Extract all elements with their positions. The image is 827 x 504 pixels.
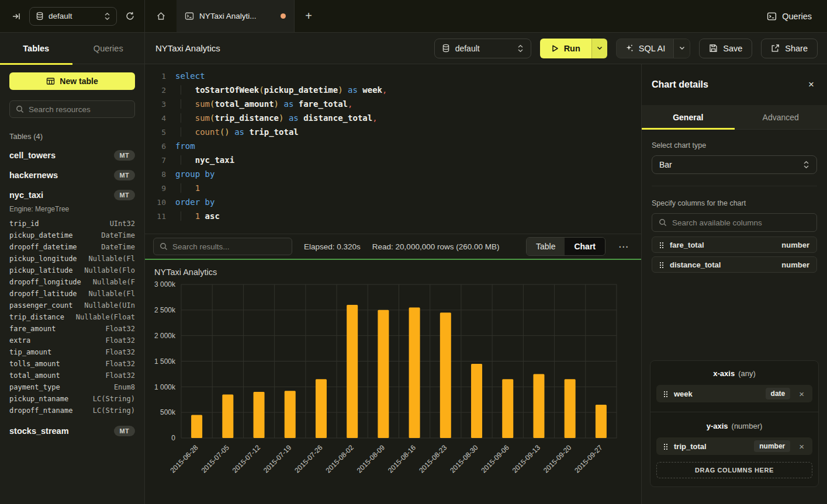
bar[interactable] (502, 379, 513, 438)
new-table-label: New table (60, 77, 98, 86)
bar[interactable] (596, 405, 607, 438)
bar[interactable] (191, 415, 202, 438)
chart-type-select[interactable]: Bar (652, 155, 817, 174)
drag-handle-icon[interactable] (659, 242, 663, 248)
code-text: sum(trip_distance) as distance_total, (175, 113, 378, 123)
view-toggle-table[interactable]: Table (527, 238, 565, 255)
sql-ai-button[interactable]: SQL AI (617, 39, 673, 58)
x-axis-column-chip[interactable]: week date × (656, 385, 812, 402)
x-tick-label: 2015-07-19 (262, 443, 293, 475)
column-type: Float32 (105, 371, 135, 380)
available-column-type: number (781, 260, 809, 269)
bar[interactable] (533, 374, 544, 438)
table-name: hackernews (9, 171, 58, 180)
column-name: dropoff_ntaname (9, 406, 72, 415)
column-type: Enum8 (114, 383, 135, 391)
bar-chart[interactable]: 0500k1 000k1 500k2 000k2 500k3 000k2015-… (145, 278, 630, 502)
code-line: 5 count() as trip_total (153, 125, 641, 139)
code-text: sum(total_amount) as fare_total, (175, 99, 353, 109)
bar[interactable] (254, 392, 265, 438)
queries-button[interactable]: Queries (761, 0, 827, 32)
drag-columns-dropzone[interactable]: DRAG COLUMNS HERE (656, 462, 812, 478)
sidebar-tab-tables[interactable]: Tables (0, 33, 72, 64)
columns-search-input[interactable] (672, 218, 810, 227)
sidebar-search[interactable] (9, 100, 135, 118)
sidebar-tabs: Tables Queries (0, 33, 144, 64)
table-list-item[interactable]: hackernewsMT (9, 170, 135, 180)
engine-badge: MT (114, 426, 135, 436)
run-button[interactable]: Run (540, 39, 591, 58)
column-name: fare_amount (9, 325, 56, 333)
line-number: 5 (153, 128, 166, 137)
close-icon[interactable]: × (808, 79, 814, 91)
bar[interactable] (347, 305, 358, 438)
share-button[interactable]: Share (761, 39, 818, 58)
bar[interactable] (440, 312, 451, 438)
sql-ai-button-group: SQL AI (616, 39, 690, 58)
code-text: 1 asc (175, 211, 220, 221)
column-name: total_amount (9, 371, 60, 380)
table-list-item[interactable]: stocks_streamMT (9, 426, 135, 436)
drag-handle-icon[interactable] (659, 262, 663, 268)
available-column-name: distance_total (670, 260, 775, 269)
x-axis-header: x-axis(any) (656, 369, 812, 378)
results-search[interactable] (153, 238, 292, 255)
bar[interactable] (471, 364, 482, 438)
sidebar-tab-queries[interactable]: Queries (72, 33, 145, 64)
table-list-item[interactable]: nyc_taxiMT (9, 190, 135, 200)
save-button[interactable]: Save (699, 39, 752, 58)
available-column-chip[interactable]: fare_totalnumber (652, 237, 817, 253)
line-number: 6 (153, 142, 166, 151)
panel-tab-advanced[interactable]: Advanced (735, 105, 827, 129)
x-tick-label: 2015-08-16 (386, 443, 418, 475)
new-tab-button[interactable]: + (295, 0, 323, 32)
line-number: 3 (153, 100, 166, 109)
available-column-chip[interactable]: distance_totalnumber (652, 256, 817, 273)
tab-nytaxi-analytics[interactable]: NYTaxi Analyti... (177, 0, 295, 32)
column-name: dropoff_longitude (9, 278, 81, 286)
drag-handle-icon[interactable] (663, 391, 667, 397)
view-toggle-chart[interactable]: Chart (565, 238, 605, 255)
share-label: Share (785, 44, 808, 53)
columns-search[interactable] (652, 213, 817, 232)
remove-y-column-icon[interactable]: × (797, 442, 807, 451)
bar[interactable] (565, 379, 576, 438)
bar[interactable] (222, 394, 233, 438)
table-column-row: dropoff_latitudeNullable(Fl (9, 288, 135, 300)
sql-editor[interactable]: 1select2 toStartOfWeek(pickup_datetime) … (145, 64, 641, 234)
bar[interactable] (316, 379, 327, 438)
bar[interactable] (378, 310, 389, 438)
run-options-button[interactable] (591, 39, 607, 58)
topbar-database-select[interactable]: default (29, 7, 117, 26)
refresh-icon[interactable] (125, 11, 135, 21)
code-line: 7 nyc_taxi (153, 153, 641, 167)
play-icon (551, 44, 559, 53)
collapse-sidebar-icon[interactable] (12, 12, 21, 21)
query-database-select[interactable]: default (434, 39, 531, 58)
available-columns: fare_totalnumberdistance_totalnumber (652, 237, 817, 273)
sidebar-search-input[interactable] (29, 105, 129, 114)
table-name: cell_towers (9, 151, 56, 160)
table-column-row: trip_idUInt32 (9, 218, 135, 230)
home-button[interactable] (145, 0, 177, 32)
bar[interactable] (409, 307, 420, 438)
chart-section: NYTaxi Analytics 0500k1 000k1 500k2 000k… (145, 259, 641, 503)
y-axis-column-chip[interactable]: trip_total number × (656, 437, 812, 455)
table-column-row: dropoff_longitudeNullable(F (9, 276, 135, 288)
drag-handle-icon[interactable] (663, 443, 667, 450)
results-search-input[interactable] (172, 242, 286, 251)
code-line: 11 1 asc (153, 209, 641, 223)
column-type: LC(String) (93, 395, 135, 403)
y-axis-column-name: trip_total (674, 442, 748, 451)
table-column-row: tolls_amountFloat32 (9, 358, 135, 370)
table-engine: Engine: MergeTree (9, 205, 135, 213)
remove-x-column-icon[interactable]: × (797, 389, 807, 399)
sql-ai-options-button[interactable] (673, 39, 690, 58)
save-label: Save (723, 44, 742, 53)
results-menu-button[interactable]: ⋯ (617, 241, 630, 253)
bar[interactable] (285, 391, 296, 438)
new-table-button[interactable]: New table (9, 72, 135, 90)
table-column-row: trip_distanceNullable(Float (9, 311, 135, 323)
table-list-item[interactable]: cell_towersMT (9, 150, 135, 161)
panel-tab-general[interactable]: General (642, 105, 735, 129)
